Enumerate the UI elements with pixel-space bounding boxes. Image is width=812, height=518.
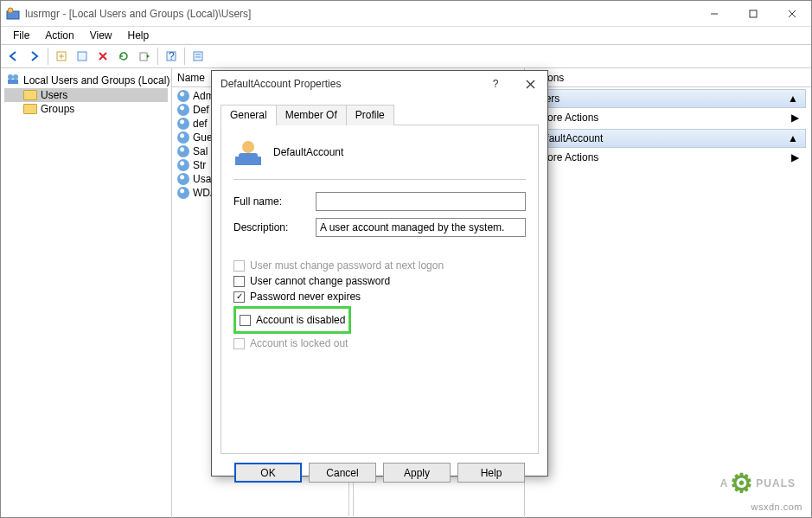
menubar: File Action View Help	[1, 27, 811, 44]
delete-button[interactable]	[93, 47, 112, 66]
appuals-logo: A ⚙ PUALS	[720, 468, 796, 498]
gear-icon: ⚙	[730, 468, 754, 498]
menu-help[interactable]: Help	[121, 28, 157, 43]
user-icon	[177, 90, 189, 102]
close-button[interactable]	[772, 1, 811, 26]
user-icon	[177, 104, 189, 116]
tab-content: DefaultAccount Full name: Description: U…	[221, 125, 539, 454]
svg-rect-11	[194, 52, 202, 61]
help2-button[interactable]: ?	[162, 47, 181, 66]
dialog-title: DefaultAccount Properties	[221, 78, 478, 90]
apply-button[interactable]: Apply	[383, 463, 451, 483]
dialog-titlebar: DefaultAccount Properties ?	[212, 71, 547, 97]
dialog-tabs: General Member Of Profile	[221, 104, 539, 125]
menu-file[interactable]: File	[6, 28, 36, 43]
svg-point-14	[8, 74, 13, 80]
main-window: lusrmgr - [Local Users and Groups (Local…	[0, 0, 812, 518]
menu-view[interactable]: View	[83, 28, 119, 43]
tab-memberof[interactable]: Member Of	[276, 105, 347, 125]
svg-rect-21	[235, 157, 261, 165]
toolbar: ?	[1, 44, 811, 68]
new-button[interactable]	[52, 47, 71, 66]
tree-root[interactable]: Local Users and Groups (Local)	[4, 72, 168, 88]
svg-rect-8	[140, 53, 147, 61]
tab-general[interactable]: General	[221, 105, 277, 125]
checkbox-row[interactable]: Account is disabled	[240, 314, 345, 326]
export-button[interactable]	[135, 47, 154, 66]
tree-pane: Local Users and Groups (Local) Users Gro…	[1, 68, 172, 518]
checkbox-label: Account is locked out	[250, 337, 348, 349]
user-icon	[177, 145, 189, 157]
checkbox-label: Password never expires	[250, 291, 361, 303]
checkbox-label: Account is disabled	[256, 314, 345, 326]
minimize-button[interactable]	[694, 1, 733, 26]
chevron-right-icon: ▶	[791, 151, 799, 163]
tree-users-label: Users	[41, 89, 67, 101]
checkbox-label: User cannot change password	[250, 275, 390, 287]
svg-rect-16	[8, 80, 18, 84]
actions-link-more-users[interactable]: More Actions ▶	[525, 108, 806, 127]
checkbox-row[interactable]: User cannot change password	[233, 275, 526, 287]
checkbox-icon: ✓	[233, 291, 245, 303]
user-icon	[233, 137, 263, 167]
fullname-input[interactable]	[316, 192, 526, 211]
description-input[interactable]	[316, 218, 526, 237]
checkbox-icon	[233, 338, 245, 349]
actions-pane: Actions Users ▲ More Actions ▶ DefaultAc…	[525, 68, 811, 518]
user-label: Sal	[193, 145, 208, 157]
titlebar: lusrmgr - [Local Users and Groups (Local…	[1, 1, 811, 27]
user-icon	[177, 187, 189, 199]
fullname-row: Full name:	[233, 192, 526, 211]
checkbox-row[interactable]: ✓Password never expires	[233, 291, 526, 303]
fullname-label: Full name:	[233, 195, 316, 208]
actions-section-users[interactable]: Users ▲	[525, 89, 806, 108]
collapse-icon: ▲	[788, 93, 798, 105]
svg-point-15	[13, 74, 18, 80]
tree-groups[interactable]: Groups	[4, 102, 168, 116]
forward-button[interactable]	[25, 47, 44, 66]
tree-users[interactable]: Users	[4, 88, 168, 102]
help-button[interactable]: Help	[457, 463, 525, 483]
dialog-body: General Member Of Profile DefaultAccount…	[212, 97, 547, 454]
maximize-button[interactable]	[733, 1, 772, 26]
checkbox-row: Account is locked out	[233, 337, 526, 349]
menu-action[interactable]: Action	[38, 28, 80, 43]
svg-rect-7	[78, 52, 86, 61]
toolbar-separator	[184, 48, 185, 65]
user-icon	[177, 159, 189, 171]
toolbar-separator	[48, 48, 48, 65]
folder-icon	[23, 104, 37, 114]
watermark: wsxdn.com	[751, 502, 802, 512]
dialog-close-button[interactable]	[513, 71, 547, 97]
properties-button[interactable]	[73, 47, 92, 66]
description-label: Description:	[233, 221, 316, 233]
refresh-button[interactable]	[114, 47, 133, 66]
account-header: DefaultAccount	[233, 137, 526, 180]
tab-profile[interactable]: Profile	[346, 105, 394, 125]
user-icon	[177, 173, 189, 185]
back-button[interactable]	[4, 47, 23, 66]
app-icon	[6, 7, 20, 21]
actions-section-account[interactable]: DefaultAccount ▲	[525, 129, 806, 148]
view-button[interactable]	[189, 47, 208, 66]
svg-rect-3	[750, 10, 757, 17]
dialog-help-button[interactable]: ?	[478, 71, 513, 97]
account-name: DefaultAccount	[273, 146, 343, 158]
tree-root-label: Local Users and Groups (Local)	[23, 74, 169, 86]
actions-link-more-account[interactable]: More Actions ▶	[525, 148, 806, 167]
ok-button[interactable]: OK	[234, 463, 302, 483]
collapse-icon: ▲	[788, 132, 798, 144]
user-label: Str	[193, 159, 206, 171]
toolbar-separator	[157, 48, 158, 65]
logo-text: PUALS	[756, 477, 796, 489]
folder-icon	[23, 90, 37, 100]
user-label: Usa	[193, 173, 211, 185]
svg-point-1	[8, 8, 13, 13]
highlight-box: Account is disabled	[233, 306, 351, 334]
description-row: Description:	[233, 218, 526, 237]
user-label: Gue	[193, 131, 213, 144]
checkbox-icon	[233, 276, 245, 287]
checkbox-row: User must change password at next logon	[233, 259, 526, 272]
svg-text:?: ?	[169, 50, 175, 62]
cancel-button[interactable]: Cancel	[309, 463, 376, 483]
